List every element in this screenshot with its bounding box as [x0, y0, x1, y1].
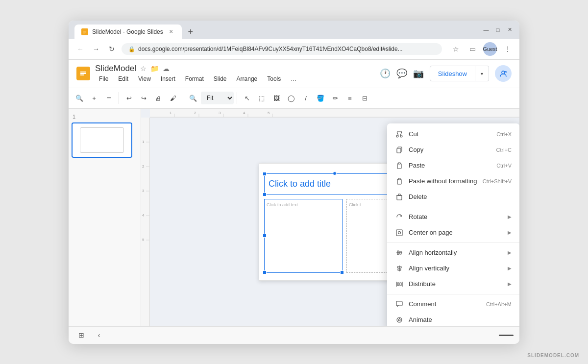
select-shape-tool[interactable]: ⬚ [255, 91, 269, 105]
paint-format-button[interactable]: 🖌 [166, 91, 180, 105]
svg-rect-57 [397, 283, 399, 286]
minimize-button[interactable]: — [482, 26, 490, 34]
camera-icon[interactable]: 📷 [413, 68, 424, 79]
text-align-tool[interactable]: ≡ [343, 91, 357, 105]
context-menu-animate[interactable]: Animate [387, 312, 519, 326]
paste-icon [395, 161, 404, 170]
resize-handle-content-bl[interactable] [263, 270, 267, 274]
tab-close-button[interactable]: ✕ [167, 28, 175, 36]
context-sep-3 [387, 294, 519, 294]
slide-thumb-inner [80, 127, 124, 153]
paste-label: Paste [409, 162, 491, 169]
context-menu-delete[interactable]: Delete [387, 189, 519, 205]
print-button[interactable]: 🖨 [151, 91, 165, 105]
slideshow-button[interactable]: Slideshow [430, 66, 475, 81]
resize-handle-content-ml[interactable] [263, 234, 267, 238]
center-label: Center on page [409, 229, 501, 236]
bookmarks-icon[interactable]: ☆ [450, 43, 462, 55]
cut-shortcut: Ctrl+X [496, 131, 512, 137]
context-menu-center[interactable]: Center on page ▶ [387, 225, 519, 241]
cut-label: Cut [409, 130, 491, 138]
refresh-button[interactable]: ↻ [106, 43, 118, 55]
menu-arrange[interactable]: Arrange [233, 74, 262, 83]
menu-file[interactable]: File [95, 74, 112, 83]
slide-title-text: Click to add title [269, 179, 331, 189]
pen-tool[interactable]: ✏ [328, 91, 342, 105]
menu-slide[interactable]: Slide [210, 74, 231, 83]
app-title: SlideModel [95, 64, 136, 73]
menu-edit[interactable]: Edit [114, 74, 132, 83]
more-options-tool[interactable]: ⊟ [358, 91, 371, 105]
collapse-panel-button[interactable]: ‹ [92, 328, 106, 342]
menu-more[interactable]: … [287, 74, 300, 83]
zoom-in-button[interactable]: + [87, 91, 101, 105]
user-avatar[interactable]: Guest [483, 42, 497, 56]
svg-rect-58 [400, 283, 401, 286]
context-menu-copy[interactable]: Copy Ctrl+C [387, 142, 519, 158]
resize-handle-content-br[interactable] [340, 270, 344, 274]
svg-text:1: 1 [142, 140, 145, 144]
context-menu-paste[interactable]: Paste Ctrl+V [387, 158, 519, 173]
align-v-label: Align vertically [409, 265, 501, 272]
active-tab[interactable]: SlideModel - Google Slides ✕ [74, 24, 182, 39]
tab-title: SlideModel - Google Slides [92, 28, 163, 35]
history-icon[interactable]: 🕐 [380, 68, 391, 79]
svg-text:3: 3 [142, 189, 145, 193]
collaborate-button[interactable]: + [495, 65, 512, 82]
slide-title-handle-top[interactable] [333, 171, 337, 175]
resize-handle-tl[interactable] [263, 172, 267, 176]
image-tool[interactable]: 🖼 [270, 91, 283, 105]
context-menu-distribute[interactable]: Distribute ▶ [387, 276, 519, 292]
canvas-area: 1 2 3 4 5 1 [141, 109, 519, 326]
resize-handle-bl[interactable] [263, 193, 267, 196]
slideshow-dropdown-button[interactable]: ▾ [475, 66, 489, 81]
line-tool[interactable]: / [299, 91, 313, 105]
new-tab-button[interactable]: + [184, 25, 197, 39]
menu-format[interactable]: Format [181, 74, 208, 83]
context-menu-cut[interactable]: Cut Ctrl+X [387, 126, 519, 142]
chat-icon[interactable]: 💬 [396, 68, 407, 79]
redo-button[interactable]: ↪ [137, 91, 150, 105]
undo-button[interactable]: ↩ [122, 91, 136, 105]
svg-text:2: 2 [194, 111, 196, 115]
zoom-percentage-button[interactable]: 🔍 [186, 91, 200, 105]
svg-rect-6 [80, 73, 86, 74]
close-button[interactable]: ✕ [506, 26, 514, 34]
search-toolbar-button[interactable]: 🔍 [73, 91, 86, 105]
toolbar-separator-1 [119, 92, 119, 104]
svg-rect-3 [83, 33, 85, 33]
context-menu-paste-no-format[interactable]: Paste without formatting Ctrl+Shift+V [387, 173, 519, 189]
cloud-icon[interactable]: ☁ [163, 65, 170, 73]
svg-point-48 [398, 231, 401, 234]
context-menu-align-v[interactable]: Align vertically ▶ [387, 261, 519, 276]
paint-bucket[interactable]: 🪣 [314, 91, 327, 105]
menu-view[interactable]: View [134, 74, 155, 83]
menu-bar: File Edit View Insert Format Slide Arran… [95, 74, 300, 83]
context-menu-comment[interactable]: Comment Ctrl+Alt+M [387, 296, 519, 312]
forward-button[interactable]: → [90, 43, 102, 55]
lock-icon: 🔒 [128, 46, 135, 52]
cast-icon[interactable]: ▭ [466, 43, 478, 55]
slide-canvas[interactable]: Click to add title Click to add text [150, 118, 519, 326]
maximize-button[interactable]: □ [494, 26, 502, 34]
menu-insert[interactable]: Insert [157, 74, 179, 83]
slide-content-area[interactable]: Click to add text [264, 199, 343, 273]
folder-icon[interactable]: 📁 [150, 65, 159, 73]
app-logo [76, 67, 90, 80]
context-menu-align-h[interactable]: Align horizontally ▶ [387, 245, 519, 261]
star-icon[interactable]: ☆ [140, 65, 147, 73]
slide-thumbnail[interactable] [72, 122, 132, 158]
slides-grid-button[interactable]: ⊞ [74, 328, 88, 342]
url-bar[interactable]: 🔒 docs.google.com/presentation/d/1MFeiqB… [122, 43, 442, 55]
chrome-menu-icon[interactable]: ⋮ [502, 43, 514, 55]
context-menu-rotate[interactable]: Rotate ▶ [387, 209, 519, 225]
shapes-tool[interactable]: ◯ [284, 91, 298, 105]
zoom-out-button[interactable]: − [102, 91, 116, 105]
menu-tools[interactable]: Tools [263, 74, 285, 83]
svg-rect-41 [398, 163, 400, 164]
select-tool[interactable]: ↖ [240, 91, 254, 105]
zoom-select[interactable]: Fit 50% 75% 100% [201, 92, 234, 104]
center-icon [395, 228, 404, 237]
back-button[interactable]: ← [74, 43, 86, 55]
slide-title-box[interactable]: Click to add title [264, 173, 405, 195]
